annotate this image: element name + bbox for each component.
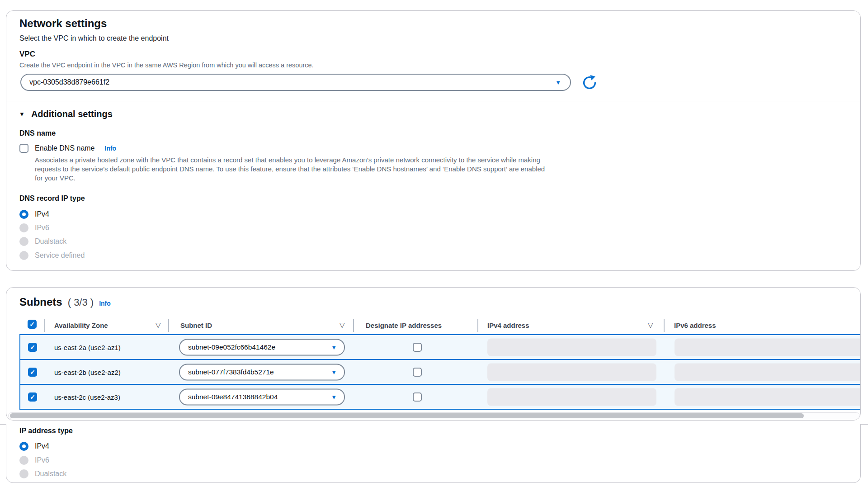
col-ipv6-address: IPv6 address [674,322,716,329]
subnets-title: Subnets [19,296,62,308]
row-checkbox[interactable]: ✓ [28,392,37,402]
select-all-checkbox[interactable]: ✓ [28,320,37,329]
table-row[interactable]: ✓ us-east-2b (use2-az2) subnet-077f7383f… [20,360,861,385]
ipv4-address-field [487,363,656,381]
column-divider [353,319,354,332]
vpc-select-value: vpc-0305d38d879e661f2 [29,78,109,86]
radio-option-ipv4[interactable]: IPv4 [19,442,49,451]
sort-icon[interactable]: ▽ [340,321,345,329]
subnets-card: Subnets ( 3/3 ) Info ✓ Availability Zone… [6,287,861,421]
section-title: Network settings [19,17,107,30]
dns-record-ip-type-label: DNS record IP type [19,194,85,203]
availability-zone-cell: us-east-2c (use2-az3) [54,393,120,401]
chevron-down-icon: ▼ [555,80,561,85]
availability-zone-cell: us-east-2a (use2-az1) [54,343,121,351]
vpc-select[interactable]: vpc-0305d38d879e661f2 ▼ [20,74,571,91]
radio-label: Dualstack [35,470,66,478]
availability-zone-cell: us-east-2b (use2-az2) [54,368,121,376]
radio-option-dualstack: Dualstack [19,469,66,478]
subnet-rows: ✓ us-east-2a (use2-az1) subnet-09e052fc6… [19,334,861,410]
chevron-down-icon: ▼ [331,344,337,350]
col-designate-ip: Designate IP addresses [366,322,442,329]
radio-disabled-icon [19,456,28,465]
section-subtitle: Select the VPC in which to create the en… [19,34,169,43]
column-divider [477,319,478,332]
designate-ip-checkbox[interactable] [413,343,422,352]
radio-label: Service defined [35,251,85,260]
table-row[interactable]: ✓ us-east-2a (use2-az1) subnet-09e052fc6… [20,335,861,360]
subnet-select-value: subnet-09e84741368842b04 [188,393,278,401]
radio-option-dualstack: Dualstack [19,237,66,246]
radio-option-service-defined: Service defined [19,251,85,260]
col-subnet-id: Subnet ID [180,322,212,329]
radio-selected-icon [19,442,28,451]
enable-dns-label: Enable DNS name [35,144,95,152]
radio-disabled-icon [19,251,28,260]
column-divider [664,319,665,332]
column-divider [168,319,169,332]
radio-label: IPv6 [35,224,49,232]
subnets-counter: ( 3/3 ) [68,297,94,308]
divider [6,101,860,101]
subnet-select-value: subnet-077f7383fd4b5271e [188,368,274,376]
ip-address-type-card: IP address type IPv4 IPv6 Dualstack [6,424,861,483]
scrollbar-thumb[interactable] [10,413,804,418]
check-icon: ✓ [30,344,35,350]
subnet-select-value: subnet-09e052fc66b41462e [188,343,275,351]
collapse-triangle-icon: ▼ [19,111,25,118]
subnets-info-link[interactable]: Info [99,300,111,307]
dns-name-info-link[interactable]: Info [105,145,117,152]
subnet-select[interactable]: subnet-09e052fc66b41462e ▼ [179,339,345,355]
refresh-button[interactable] [581,75,598,92]
vpc-label: VPC [19,50,35,59]
dns-name-description: Associates a private hosted zone with th… [35,156,546,183]
ipv6-address-field [675,388,861,406]
check-icon: ✓ [29,321,35,327]
radio-disabled-icon [19,469,28,478]
radio-label: IPv4 [35,210,49,218]
sort-icon[interactable]: ▽ [156,321,161,329]
ipv4-address-field [487,388,656,406]
subnet-select[interactable]: subnet-077f7383fd4b5271e ▼ [179,364,345,380]
subnets-title-row: Subnets ( 3/3 ) Info [19,296,111,308]
designate-ip-checkbox[interactable] [413,392,422,402]
check-icon: ✓ [30,369,35,375]
subnet-select[interactable]: subnet-09e84741368842b04 ▼ [179,388,345,405]
enable-dns-name-row: Enable DNS name Info [19,144,116,153]
chevron-down-icon: ▼ [331,369,337,375]
row-checkbox[interactable]: ✓ [28,368,37,377]
radio-option-ipv6: IPv6 [19,456,49,465]
designate-ip-checkbox[interactable] [413,368,422,377]
vpc-description: Create the VPC endpoint in the VPC in th… [19,61,314,69]
page: Network settings Select the VPC in which… [0,0,868,487]
radio-label: IPv4 [35,442,49,450]
enable-dns-checkbox[interactable] [19,144,28,153]
refresh-icon [581,85,598,92]
ipv6-address-field [675,363,861,381]
sort-icon[interactable]: ▽ [648,321,653,329]
col-availability-zone: Availability Zone [54,322,108,329]
row-checkbox[interactable]: ✓ [28,343,37,352]
radio-disabled-icon [19,237,28,246]
network-settings-card: Network settings Select the VPC in which… [6,10,861,271]
radio-option-ipv6: IPv6 [19,223,49,232]
dns-name-label: DNS name [19,129,56,137]
table-row[interactable]: ✓ us-east-2c (use2-az3) subnet-09e847413… [20,385,861,409]
radio-option-ipv4[interactable]: IPv4 [19,210,49,219]
ipv6-address-field [675,338,861,356]
additional-settings-expander[interactable]: ▼ Additional settings [19,109,113,119]
chevron-down-icon: ▼ [331,394,337,400]
ip-address-type-label: IP address type [19,427,73,435]
ipv4-address-field [487,338,656,356]
column-divider [44,319,45,332]
horizontal-scrollbar[interactable] [8,412,860,419]
radio-disabled-icon [19,223,28,232]
check-icon: ✓ [30,394,35,400]
radio-selected-icon [19,210,28,219]
radio-label: IPv6 [35,456,49,464]
additional-settings-title: Additional settings [31,109,113,119]
col-ipv4-address: IPv4 address [487,322,529,329]
radio-label: Dualstack [35,237,66,246]
